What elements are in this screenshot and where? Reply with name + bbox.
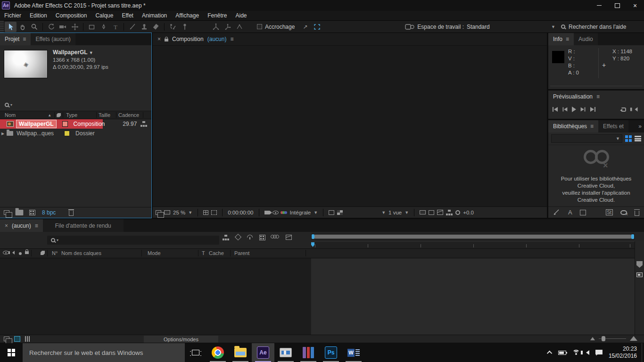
lock-icon[interactable] <box>165 39 168 41</box>
snap-checkbox[interactable] <box>257 24 262 29</box>
taskbar-search[interactable] <box>23 343 185 362</box>
timeline-zoom-slider[interactable] <box>590 336 637 341</box>
loop-icon[interactable] <box>621 107 626 112</box>
minimize-button[interactable] <box>590 0 608 11</box>
menu-composition[interactable]: Composition <box>51 11 91 20</box>
shy-layers-icon[interactable] <box>247 235 253 238</box>
reset-exposure-icon[interactable] <box>455 210 460 215</box>
brush-tool-icon[interactable] <box>126 22 138 32</box>
track-area[interactable] <box>311 258 635 335</box>
selection-tool-icon[interactable] <box>5 22 17 32</box>
tab-composition[interactable]: × Composition (aucun) ≡ <box>153 33 238 45</box>
grid-view-icon[interactable] <box>625 135 632 142</box>
action-center-icon[interactable] <box>595 350 603 356</box>
primary-viewer-icon[interactable] <box>164 210 170 214</box>
taskbar-chrome[interactable] <box>206 343 229 362</box>
next-frame-icon[interactable] <box>581 107 586 112</box>
project-row-folder[interactable]: ▶ Wallpap...ques Dossier <box>0 129 151 138</box>
current-time-indicator[interactable] <box>311 242 314 247</box>
audio-mute-icon[interactable] <box>635 107 638 112</box>
taskbar-after-effects[interactable]: Ae <box>252 343 274 362</box>
taskbar-clock[interactable]: 20:23 15/02/2016 <box>609 346 637 360</box>
axis-view-icon[interactable] <box>234 22 246 32</box>
toolbar-grip[interactable] <box>0 21 4 33</box>
trash-icon[interactable] <box>635 211 639 216</box>
frame-blend-toggle-icon[interactable] <box>14 336 20 342</box>
composition-canvas[interactable] <box>153 45 547 206</box>
selection-bounds-icon[interactable] <box>311 22 323 32</box>
panel-menu-icon[interactable]: ≡ <box>590 123 594 130</box>
panel-menu-icon[interactable]: ≡ <box>566 36 569 42</box>
composition-mini-flowchart-icon[interactable] <box>223 235 229 240</box>
project-bit-depth[interactable]: 8 bpc <box>42 209 56 216</box>
rectangle-tool-icon[interactable] <box>86 22 98 32</box>
tab-effets-et[interactable]: Effets et <box>598 120 628 132</box>
axis-world-icon[interactable] <box>222 22 234 32</box>
tray-expand-icon[interactable] <box>547 351 552 356</box>
col-nom[interactable]: Nom <box>5 112 16 118</box>
cc-sync-icon[interactable] <box>620 210 627 215</box>
timeline-search[interactable]: ▾ <box>47 236 219 245</box>
menu-aide[interactable]: Aide <box>231 11 251 20</box>
tab-audio[interactable]: Audio <box>574 33 598 45</box>
zoom-out-icon[interactable] <box>590 337 595 340</box>
task-view-button[interactable] <box>185 343 206 362</box>
pixel-aspect-icon[interactable] <box>420 210 426 214</box>
taskbar-file-explorer[interactable] <box>229 343 252 362</box>
comp-button-icon[interactable] <box>636 272 643 277</box>
col-cadence[interactable]: Cadence <box>118 112 139 118</box>
frame-blending-icon[interactable] <box>259 235 265 240</box>
exposure-value[interactable]: +0.0 <box>463 210 474 215</box>
draft-3d-icon[interactable] <box>235 234 241 240</box>
close-tab-icon[interactable]: × <box>157 36 161 42</box>
panel-menu-icon[interactable]: ≡ <box>230 36 233 42</box>
channel-icon[interactable] <box>281 211 287 214</box>
tab-info[interactable]: Info ≡ <box>548 33 574 45</box>
col-cache[interactable]: Cache <box>209 250 224 256</box>
project-row-composition[interactable]: WallpaperGL Composition 29.97 <box>0 119 151 129</box>
label-column-icon[interactable] <box>57 113 61 117</box>
grid-guides-icon[interactable] <box>203 210 208 215</box>
fast-previews-icon[interactable] <box>429 210 434 215</box>
character-icon[interactable]: A <box>568 209 572 216</box>
timeline-navigator[interactable] <box>311 234 635 239</box>
panel-menu-icon[interactable]: ≡ <box>596 93 600 100</box>
close-button[interactable]: × <box>626 0 644 11</box>
maximize-button[interactable] <box>608 0 626 11</box>
show-snapshot-icon[interactable] <box>272 211 279 214</box>
view-layout[interactable]: 1 vue <box>388 210 402 215</box>
col-taille[interactable]: Taille <box>99 112 110 118</box>
menu-effet[interactable]: Effet <box>117 11 137 20</box>
stock-icon[interactable]: St <box>606 209 613 215</box>
list-view-icon[interactable] <box>635 136 641 141</box>
menu-animation[interactable]: Animation <box>138 11 171 20</box>
previous-frame-icon[interactable] <box>562 107 568 112</box>
timeline-button-icon[interactable] <box>437 210 443 215</box>
tab-bibliotheques[interactable]: Bibliothèques ≡ <box>548 120 598 132</box>
clone-stamp-tool-icon[interactable] <box>138 22 150 32</box>
resolution[interactable]: Intégrale <box>290 210 311 215</box>
comp-flowchart-icon[interactable] <box>446 210 453 215</box>
snapshot-icon[interactable] <box>264 211 270 214</box>
pen-tool-icon[interactable] <box>98 22 109 32</box>
tab-timeline-aucun[interactable]: × (aucun) ≡ <box>0 219 43 232</box>
trash-icon[interactable] <box>69 211 74 216</box>
expand-icon[interactable]: ▶ <box>1 132 4 136</box>
help-search[interactable] <box>561 24 639 30</box>
menu-edition[interactable]: Edition <box>25 11 51 20</box>
tab-projet[interactable]: Projet ≡ <box>0 33 31 45</box>
tab-render-queue[interactable]: File d'attente de rendu <box>43 219 124 232</box>
wifi-icon[interactable] <box>572 350 580 355</box>
eraser-tool-icon[interactable] <box>150 22 162 32</box>
rotation-tool-icon[interactable] <box>45 22 57 32</box>
layer-list-area[interactable] <box>0 258 311 335</box>
new-folder-icon[interactable] <box>16 210 24 215</box>
col-number[interactable]: N° <box>52 250 58 256</box>
col-parent[interactable]: Parent <box>234 250 249 256</box>
workspace-select[interactable]: Standard ▼ <box>464 22 558 32</box>
view-layout-caret2-icon[interactable]: ▼ <box>405 210 409 215</box>
interpret-footage-icon[interactable] <box>4 210 9 215</box>
roto-brush-tool-icon[interactable] <box>167 22 179 32</box>
hand-tool-icon[interactable] <box>17 22 28 32</box>
col-name[interactable]: Nom des calques <box>61 250 101 256</box>
